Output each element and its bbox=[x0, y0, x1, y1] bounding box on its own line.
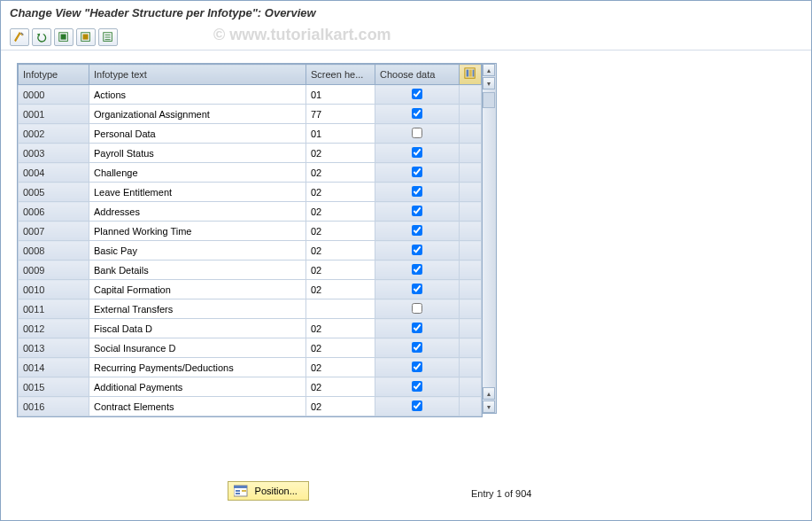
cell-infotype-text[interactable]: Leave Entitlement bbox=[89, 183, 306, 202]
cell-infotype[interactable]: 0003 bbox=[19, 144, 89, 163]
choose-data-checkbox[interactable] bbox=[412, 186, 422, 197]
cell-infotype[interactable]: 0015 bbox=[19, 377, 89, 397]
scroll-page-up-button[interactable]: ▴ bbox=[483, 64, 495, 76]
table-row[interactable]: 0010Capital Formation02 bbox=[19, 280, 482, 299]
cell-infotype-text[interactable]: Planned Working Time bbox=[89, 222, 306, 241]
choose-data-checkbox[interactable] bbox=[412, 381, 422, 392]
choose-data-checkbox[interactable] bbox=[412, 225, 422, 236]
cell-infotype-text[interactable]: Capital Formation bbox=[89, 280, 306, 299]
cell-infotype-text[interactable]: Addresses bbox=[89, 202, 306, 222]
table-row[interactable]: 0000Actions01 bbox=[19, 85, 482, 105]
vertical-scrollbar[interactable]: ▴ ▾ ▴ ▾ bbox=[483, 63, 497, 414]
choose-data-checkbox[interactable] bbox=[412, 128, 422, 138]
configure-columns-button[interactable] bbox=[460, 65, 482, 85]
cell-infotype-text[interactable]: Payroll Status bbox=[89, 144, 306, 163]
table-row[interactable]: 0006Addresses02 bbox=[19, 202, 482, 222]
choose-data-checkbox[interactable] bbox=[412, 108, 422, 119]
cell-screen-header[interactable]: 02 bbox=[306, 144, 375, 163]
cell-screen-header[interactable]: 02 bbox=[306, 377, 375, 397]
cell-screen-header[interactable]: 02 bbox=[306, 319, 375, 338]
cell-infotype-text[interactable]: Organizational Assignment bbox=[89, 105, 306, 124]
choose-data-checkbox[interactable] bbox=[412, 245, 422, 255]
col-infotype-text[interactable]: Infotype text bbox=[89, 65, 306, 85]
cell-infotype-text[interactable]: Contract Elements bbox=[89, 397, 306, 416]
cell-screen-header[interactable]: 02 bbox=[306, 338, 375, 358]
cell-infotype[interactable]: 0005 bbox=[19, 183, 89, 202]
cell-infotype[interactable]: 0006 bbox=[19, 202, 89, 222]
toggle-display-change-button[interactable] bbox=[10, 28, 29, 46]
cell-screen-header[interactable]: 77 bbox=[306, 105, 375, 124]
deselect-all-button[interactable] bbox=[76, 28, 96, 46]
choose-data-checkbox[interactable] bbox=[412, 400, 422, 411]
col-screen-header[interactable]: Screen he... bbox=[306, 65, 375, 85]
cell-infotype-text[interactable]: Social Insurance D bbox=[89, 338, 306, 358]
cell-infotype[interactable]: 0012 bbox=[19, 319, 89, 338]
table-row[interactable]: 0009Bank Details02 bbox=[19, 260, 482, 280]
scroll-page-down-button[interactable]: ▾ bbox=[483, 400, 495, 413]
choose-data-checkbox[interactable] bbox=[412, 167, 422, 177]
cell-infotype[interactable]: 0010 bbox=[19, 280, 89, 299]
cell-infotype-text[interactable]: Basic Pay bbox=[89, 241, 306, 260]
choose-data-checkbox[interactable] bbox=[412, 284, 422, 294]
table-row[interactable]: 0005Leave Entitlement02 bbox=[19, 183, 482, 202]
table-row[interactable]: 0001Organizational Assignment77 bbox=[19, 105, 482, 124]
choose-data-checkbox[interactable] bbox=[412, 323, 422, 333]
cell-infotype[interactable]: 0002 bbox=[19, 124, 89, 144]
cell-infotype-text[interactable]: Fiscal Data D bbox=[89, 319, 306, 338]
cell-infotype[interactable]: 0016 bbox=[19, 397, 89, 416]
cell-infotype[interactable]: 0011 bbox=[19, 299, 89, 319]
cell-infotype[interactable]: 0013 bbox=[19, 338, 89, 358]
table-row[interactable]: 0013Social Insurance D02 bbox=[19, 338, 482, 358]
cell-screen-header[interactable]: 01 bbox=[306, 85, 375, 105]
cell-infotype-text[interactable]: Challenge bbox=[89, 163, 306, 183]
table-row[interactable]: 0002Personal Data01 bbox=[19, 124, 482, 144]
table-row[interactable]: 0014Recurring Payments/Deductions02 bbox=[19, 358, 482, 377]
cell-infotype[interactable]: 0009 bbox=[19, 260, 89, 280]
table-row[interactable]: 0012Fiscal Data D02 bbox=[19, 319, 482, 338]
cell-screen-header[interactable] bbox=[306, 299, 375, 319]
cell-infotype-text[interactable]: Additional Payments bbox=[89, 377, 306, 397]
cell-infotype[interactable]: 0000 bbox=[19, 85, 89, 105]
col-infotype[interactable]: Infotype bbox=[19, 65, 89, 85]
choose-data-checkbox[interactable] bbox=[412, 89, 422, 99]
scroll-up-button[interactable]: ▾ bbox=[483, 77, 495, 89]
cell-screen-header[interactable]: 02 bbox=[306, 280, 375, 299]
table-row[interactable]: 0011External Transfers bbox=[19, 299, 482, 319]
cell-infotype[interactable]: 0008 bbox=[19, 241, 89, 260]
table-row[interactable]: 0003Payroll Status02 bbox=[19, 144, 482, 163]
choose-data-checkbox[interactable] bbox=[412, 206, 422, 216]
cell-screen-header[interactable]: 02 bbox=[306, 397, 375, 416]
col-choose-data[interactable]: Choose data bbox=[375, 65, 460, 85]
cell-screen-header[interactable]: 02 bbox=[306, 241, 375, 260]
cell-infotype-text[interactable]: Bank Details bbox=[89, 260, 306, 280]
cell-infotype[interactable]: 0014 bbox=[19, 358, 89, 377]
cell-infotype[interactable]: 0004 bbox=[19, 163, 89, 183]
table-row[interactable]: 0004Challenge02 bbox=[19, 163, 482, 183]
cell-screen-header[interactable]: 02 bbox=[306, 202, 375, 222]
table-row[interactable]: 0016Contract Elements02 bbox=[19, 397, 482, 416]
cell-infotype-text[interactable]: Personal Data bbox=[89, 124, 306, 144]
scrollbar-thumb[interactable] bbox=[483, 92, 495, 108]
cell-infotype-text[interactable]: External Transfers bbox=[89, 299, 306, 319]
select-block-button[interactable] bbox=[98, 28, 118, 46]
table-row[interactable]: 0007Planned Working Time02 bbox=[19, 222, 482, 241]
cell-screen-header[interactable]: 02 bbox=[306, 163, 375, 183]
cell-infotype[interactable]: 0007 bbox=[19, 222, 89, 241]
cell-screen-header[interactable]: 02 bbox=[306, 183, 375, 202]
cell-infotype-text[interactable]: Recurring Payments/Deductions bbox=[89, 358, 306, 377]
cell-screen-header[interactable]: 02 bbox=[306, 260, 375, 280]
table-row[interactable]: 0008Basic Pay02 bbox=[19, 241, 482, 260]
select-all-button[interactable] bbox=[54, 28, 73, 46]
choose-data-checkbox[interactable] bbox=[412, 342, 422, 353]
table-row[interactable]: 0015Additional Payments02 bbox=[19, 377, 482, 397]
cell-infotype[interactable]: 0001 bbox=[19, 105, 89, 124]
cell-screen-header[interactable]: 02 bbox=[306, 358, 375, 377]
cell-screen-header[interactable]: 01 bbox=[306, 124, 375, 144]
scroll-down-button[interactable]: ▴ bbox=[483, 387, 495, 400]
position-button[interactable]: Position... bbox=[228, 481, 309, 501]
undo-button[interactable] bbox=[32, 28, 51, 46]
choose-data-checkbox[interactable] bbox=[412, 303, 422, 314]
choose-data-checkbox[interactable] bbox=[412, 362, 422, 372]
cell-infotype-text[interactable]: Actions bbox=[89, 85, 306, 105]
cell-screen-header[interactable]: 02 bbox=[306, 222, 375, 241]
